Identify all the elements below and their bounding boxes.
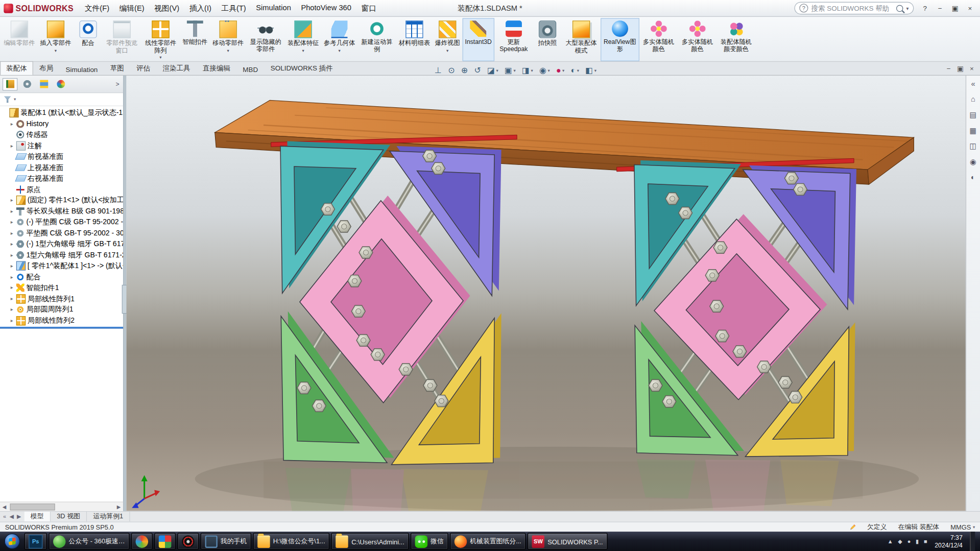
menu-item[interactable]: PhotoView 360 — [296, 1, 356, 15]
tray-volume-icon[interactable]: ▮ — [916, 538, 919, 544]
feature-tree-item[interactable]: ▸ 局部线性阵列1 — [0, 293, 123, 304]
document-tab[interactable]: 模型 — [25, 512, 51, 522]
commandmanager-tab[interactable]: MBD — [236, 63, 264, 75]
taskbar-my-phone[interactable]: 我的手机 — [201, 533, 251, 550]
taskbar-360-browser[interactable]: 公众号 - 360极速… — [49, 533, 129, 550]
feature-tree-item[interactable]: ▸ 装配体1 (默认<默认_显示状态-1>) — [0, 107, 123, 118]
hide-show-items-button[interactable]: ◉ ▾ — [537, 66, 552, 75]
taskbar-swirl-app[interactable] — [131, 533, 153, 550]
taskbar-folder-users[interactable]: C:\Users\Admini... — [331, 533, 409, 550]
feature-tree-item[interactable]: ▸ History — [0, 118, 123, 129]
ribbon-button[interactable]: 多实体随机颜色 — [639, 18, 678, 61]
feature-tree-item[interactable]: ▸ 1型六角螺母 细牙 GB-T 6171-2000 — [0, 250, 123, 260]
tree-expand-icon[interactable]: ▸ — [9, 242, 14, 247]
tab-displaymanager[interactable] — [53, 78, 68, 90]
menu-item[interactable]: Simulation — [251, 1, 296, 15]
menu-item[interactable]: 窗口 — [356, 1, 381, 15]
menu-item[interactable]: 视图(V) — [149, 1, 184, 15]
perpendicular-view-button[interactable]: ⊥ — [433, 66, 443, 75]
tree-expand-icon[interactable]: ▸ — [9, 198, 14, 203]
chevron-down-icon[interactable]: ▾ — [14, 97, 16, 102]
tree-expand-icon[interactable]: ▸ — [9, 143, 14, 149]
tray-network-icon[interactable]: ● — [907, 538, 911, 544]
document-tab[interactable]: 3D 视图 — [51, 512, 87, 522]
start-button[interactable] — [1, 533, 22, 550]
taskbar-photoshop[interactable]: Ps — [25, 533, 47, 550]
collapse-chevron-icon[interactable]: « — [968, 79, 979, 89]
minimize-button[interactable]: − — [933, 3, 947, 14]
graphics-viewport[interactable] — [126, 76, 966, 511]
tree-expand-icon[interactable]: ▸ — [9, 307, 14, 313]
feature-tree-item[interactable]: ▸ (-) 平垫圈 C级 GB-T 95-2002 - 30 — [0, 217, 123, 228]
tree-expand-icon[interactable]: ▸ — [9, 121, 14, 127]
tab-scroll-first-icon[interactable]: « — [3, 514, 6, 520]
feature-tree-item[interactable]: ▸ (固定) 零件1<1> (默认<按加工> — [0, 195, 123, 206]
taskbar-wechat[interactable]: 微信 — [411, 533, 448, 550]
commandmanager-tab[interactable]: 布局 — [33, 61, 59, 75]
commandmanager-tab[interactable]: 装配体 — [0, 61, 33, 75]
ribbon-button[interactable]: 线性零部件阵列 ▾ — [141, 18, 180, 61]
close-button[interactable]: × — [963, 3, 977, 14]
feature-tree-item[interactable]: ▸ (-) 1型六角螺母 细牙 GB-T 6171-2 — [0, 238, 123, 249]
panel-expand-chevron-icon[interactable]: > — [116, 81, 121, 87]
tray-pen-icon[interactable]: ◆ — [898, 538, 902, 544]
filter-funnel-icon[interactable] — [4, 96, 11, 103]
ribbon-button[interactable]: 更新 Speedpak — [494, 18, 533, 61]
document-tab[interactable]: 运动算例1 — [87, 512, 130, 522]
ribbon-button[interactable]: 装配体特征 ▾ — [285, 18, 321, 61]
commandmanager-tab[interactable]: 直接编辑 — [197, 61, 236, 75]
doc-minimize-button[interactable]: − — [947, 65, 951, 73]
tab-configurationmanager[interactable] — [36, 78, 51, 90]
commandmanager-tab[interactable]: 渲染工具 — [156, 61, 196, 75]
search-caret-icon[interactable]: ▾ — [906, 5, 909, 11]
view-orientation-button[interactable]: ▣ ▾ — [503, 66, 517, 75]
tree-expand-icon[interactable]: ▸ — [9, 252, 14, 258]
scrollbar-thumb[interactable] — [10, 503, 55, 510]
search-box[interactable]: ? 搜索 SOLIDWORKS 帮助 ▾ — [795, 2, 914, 14]
doc-close-button[interactable]: × — [970, 65, 974, 73]
show-desktop-button[interactable] — [970, 532, 975, 551]
feature-tree-item[interactable]: ▸ 平垫圈 C级 GB-T 95-2002 - 30<2 — [0, 228, 123, 238]
ribbon-button[interactable]: 材料明细表 — [396, 18, 433, 61]
tree-expand-icon[interactable]: ▸ — [9, 296, 14, 302]
ribbon-button[interactable]: 移动零部件 ▾ — [210, 18, 246, 61]
ribbon-button[interactable]: 配合 — [74, 18, 102, 61]
custom-properties-icon[interactable]: ◐ — [968, 173, 979, 183]
view-palette-icon[interactable]: ◫ — [968, 141, 979, 151]
commandmanager-tab[interactable]: 草图 — [104, 61, 130, 75]
tree-expand-icon[interactable]: ▸ — [9, 285, 14, 291]
doc-restore-button[interactable]: ▣ — [957, 65, 964, 73]
feature-tree-item[interactable]: ▸ 智能扣件1 — [0, 282, 123, 293]
zoom-fit-button[interactable]: ⊙ — [446, 66, 457, 75]
feature-tree-item[interactable]: ▸ 局部圆周阵列1 — [0, 304, 123, 315]
ribbon-button[interactable]: 零部件预览窗口 — [103, 18, 141, 61]
taskbar-music-app[interactable] — [177, 533, 199, 550]
ribbon-button[interactable]: 拍快照 — [533, 18, 562, 61]
feature-tree-item[interactable]: ▸ 传感器 — [0, 129, 123, 140]
commandmanager-tab[interactable]: SOLIDWORKS 插件 — [264, 61, 339, 75]
zoom-area-button[interactable]: ⊕ — [459, 66, 470, 75]
feature-tree-item[interactable]: ▸ 配合 — [0, 272, 123, 282]
tree-expand-icon[interactable]: ▸ — [9, 263, 14, 269]
tree-expand-icon[interactable]: ▸ — [9, 208, 14, 214]
ribbon-button[interactable]: 显示隐藏的零部件 — [246, 18, 285, 61]
ribbon-button[interactable]: 爆炸视图 ▾ — [433, 18, 463, 61]
ribbon-button[interactable]: 新建运动算例 — [357, 18, 396, 61]
view-settings-button[interactable]: ◧ ▾ — [584, 66, 599, 75]
feature-tree-item[interactable]: ▸ 右视基准面 — [0, 173, 123, 184]
taskbar-solidworks[interactable]: SW SOLIDWORKS P... — [528, 533, 607, 550]
tray-ime-icon[interactable]: ■ — [924, 538, 927, 544]
status-badge[interactable]: 在编辑 装配体 — [898, 522, 940, 531]
restore-button[interactable]: ▣ — [947, 3, 962, 14]
menu-item[interactable]: 文件(F) — [80, 1, 114, 15]
ribbon-button[interactable]: 参考几何体 ▾ — [321, 18, 357, 61]
feature-tree-item[interactable]: ▸ 上视基准面 — [0, 162, 123, 173]
commandmanager-tab[interactable]: Simulation — [59, 63, 104, 75]
menu-item[interactable]: 插入(I) — [184, 1, 217, 15]
feature-tree-item[interactable]: ▸ 前视基准面 — [0, 151, 123, 162]
status-badge[interactable]: MMGS ▾ — [950, 522, 975, 531]
ribbon-button[interactable]: 插入零部件 ▾ — [37, 18, 74, 61]
tree-expand-icon[interactable]: ▸ — [9, 318, 14, 323]
search-icon[interactable] — [896, 5, 903, 11]
ribbon-button[interactable]: 编辑零部件 — [1, 18, 37, 61]
